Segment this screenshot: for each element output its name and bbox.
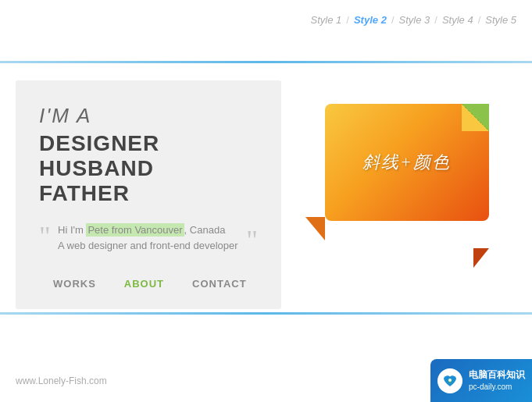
style-3[interactable]: Style 3	[399, 14, 430, 26]
separator-4: /	[478, 14, 481, 26]
separator-1: /	[346, 14, 349, 26]
fold-triangle	[462, 104, 489, 131]
badge-line2: pc-daily.com	[469, 382, 525, 393]
bubble-tail-left	[305, 217, 325, 240]
bubble-tail-right	[473, 248, 489, 268]
badge-text: 电脑百科知识 pc-daily.com	[469, 368, 525, 393]
quote-text: Hi I'm Pete from Vancouver, Canada A web…	[58, 222, 258, 255]
svg-point-0	[448, 379, 452, 382]
quote-before: Hi I'm	[58, 224, 86, 236]
card-navigation: WORKS ABOUT CONTACT	[39, 274, 258, 293]
nav-works[interactable]: WORKS	[39, 274, 110, 293]
top-divider	[0, 61, 532, 63]
quote-after: , Canada	[184, 224, 226, 236]
card-title: I'M A	[39, 104, 258, 128]
quote-highlight: Pete from Vancouver	[86, 223, 184, 237]
badge-line1: 电脑百科知识	[469, 368, 525, 382]
nav-contact[interactable]: CONTACT	[178, 274, 261, 293]
style-navigation: Style 1 / Style 2 / Style 3 / Style 4 / …	[311, 14, 516, 26]
quote-section: " Hi I'm Pete from Vancouver, Canada A w…	[39, 222, 258, 255]
style-5[interactable]: Style 5	[485, 14, 516, 26]
separator-3: /	[434, 14, 437, 26]
footer-url: www.Lonely-Fish.com	[16, 375, 107, 386]
quote-line2: A web designer and front-end developer	[58, 240, 238, 251]
style-4[interactable]: Style 4	[442, 14, 473, 26]
origami-bubble: 斜线+颜色	[325, 104, 489, 221]
style-2[interactable]: Style 2	[354, 14, 387, 26]
heart-icon	[442, 374, 458, 388]
separator-2: /	[391, 14, 395, 26]
nav-about[interactable]: ABOUT	[110, 274, 178, 293]
watermark-badge: 电脑百科知识 pc-daily.com	[430, 359, 532, 402]
profile-card: I'M A DESIGNERHUSBANDFATHER " Hi I'm Pet…	[16, 80, 281, 309]
quote-mark-right: "	[246, 226, 258, 254]
style-1[interactable]: Style 1	[311, 14, 342, 26]
badge-icon	[437, 368, 462, 393]
origami-text: 斜线+颜色	[362, 151, 451, 174]
origami-container: 斜线+颜色	[317, 96, 505, 252]
right-section: 斜线+颜色	[305, 80, 516, 252]
main-content: I'M A DESIGNERHUSBANDFATHER " Hi I'm Pet…	[0, 65, 532, 402]
quote-mark-left: "	[39, 222, 51, 251]
card-subtitle: DESIGNERHUSBANDFATHER	[39, 131, 258, 207]
